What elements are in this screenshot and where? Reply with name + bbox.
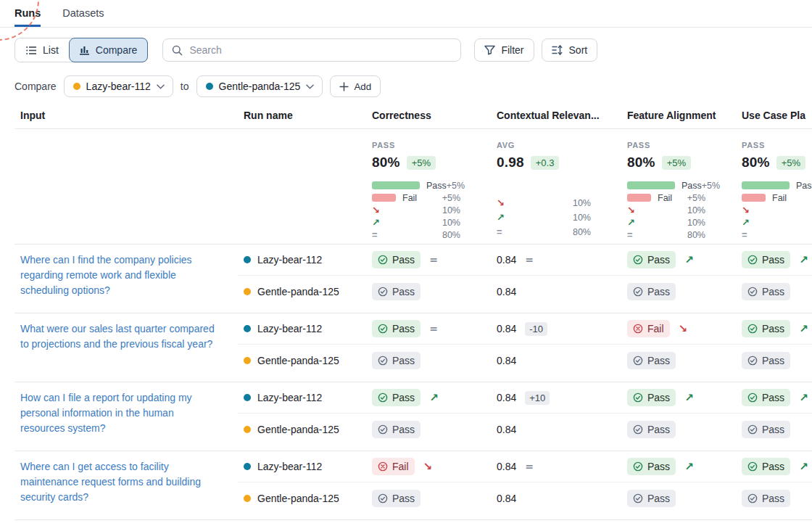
- chevron-down-icon: [306, 84, 314, 89]
- status-label: Pass: [762, 286, 784, 297]
- table-row-group: How can I file a report for updating my …: [14, 382, 812, 451]
- status-badge-fail: Fail: [627, 320, 670, 337]
- filter-button[interactable]: Filter: [474, 38, 534, 62]
- run-color-dot: [244, 288, 251, 295]
- status-label: Pass: [392, 424, 415, 435]
- run-name-cell: Gentle-panda-125: [238, 345, 366, 376]
- legend-item: Pass+5%: [627, 181, 730, 190]
- status-badge-pass: Pass: [742, 458, 790, 475]
- legend-pass-bar: [627, 181, 675, 189]
- score-value: 0.84: [497, 254, 516, 266]
- check-circle-icon: [378, 287, 388, 297]
- check-circle-icon: [747, 461, 758, 472]
- sort-button[interactable]: Sort: [542, 38, 598, 62]
- status-label: Pass: [392, 286, 415, 297]
- use_case-cell: Pass↗: [736, 382, 812, 414]
- run-name-cell: Gentle-panda-125: [238, 482, 366, 514]
- score-value: 0.84: [497, 461, 516, 472]
- filter-funnel-icon: [484, 45, 495, 55]
- check-circle-icon: [378, 393, 388, 403]
- input-question-link[interactable]: How can I file a report for updating my …: [14, 382, 238, 445]
- compare-view-button[interactable]: Compare: [69, 38, 149, 62]
- legend-item: ↗10%: [742, 218, 812, 227]
- input-question-link[interactable]: Where can I get access to facility maint…: [14, 451, 238, 514]
- status-label: Pass: [762, 424, 784, 435]
- status-badge-pass: Pass: [372, 352, 420, 369]
- summary-contextual-relevance: AVG 0.98 +0.3 ↘10%↗10%=80%: [491, 141, 621, 239]
- column-header-input: Input: [14, 108, 238, 128]
- status-label: Pass: [392, 254, 415, 266]
- summary-metric-label: PASS: [372, 141, 485, 149]
- legend-item: ↗10%: [497, 213, 616, 222]
- status-label: Pass: [762, 254, 784, 266]
- tab-runs[interactable]: Runs: [14, 7, 41, 27]
- trend-equal-icon: =: [742, 230, 747, 239]
- legend-item: =80%: [742, 230, 812, 239]
- column-header-correctness: Correctness: [366, 108, 491, 128]
- summary-metric-label: AVG: [497, 141, 616, 149]
- summary-feature-alignment: PASS 80% +5% Pass+5%Fail+5%↘10%↗10%=80%: [621, 141, 736, 239]
- trend-up-icon: ↗: [497, 213, 505, 222]
- list-view-button[interactable]: List: [15, 38, 70, 62]
- contextual-cell: 0.84: [491, 414, 621, 445]
- feature-cell: Pass↗: [621, 451, 736, 482]
- status-label: Pass: [762, 461, 784, 472]
- use_case-cell: Pass↗: [736, 451, 812, 482]
- status-label: Fail: [647, 323, 664, 334]
- legend-pass-bar: [372, 181, 420, 189]
- input-question-link[interactable]: Where can I find the company policies re…: [14, 244, 238, 307]
- legend-item: =80%: [372, 230, 485, 239]
- status-label: Pass: [647, 461, 670, 472]
- trend-equal-icon: =: [429, 324, 438, 334]
- legend-value: 80%: [442, 230, 460, 240]
- status-badge-pass: Pass: [742, 490, 790, 507]
- to-label: to: [181, 81, 189, 92]
- summary-correctness: PASS 80% +5% Pass+5%Fail+5%↘10%↗10%=80%: [366, 141, 491, 239]
- legend-item: Fail+5%: [627, 193, 730, 202]
- search-input[interactable]: [189, 44, 452, 56]
- status-badge-pass: Pass: [742, 283, 790, 300]
- score-value: 0.84: [497, 355, 516, 366]
- feature-cell: Pass↗: [621, 382, 736, 414]
- trend-up-icon: ↗: [627, 218, 635, 227]
- legend-value: +5%: [687, 193, 705, 203]
- correctness-cell: Fail↘: [366, 451, 491, 482]
- run-color-dot: [244, 256, 251, 263]
- run-color-dot: [244, 394, 251, 401]
- check-circle-icon: [378, 356, 388, 366]
- status-badge-pass: Pass: [627, 389, 676, 406]
- check-circle-icon: [633, 493, 643, 504]
- run-name-cell: Lazy-bear-112: [238, 244, 366, 276]
- input-question-link[interactable]: Where can I find the company directory w…: [14, 520, 238, 526]
- tab-datasets[interactable]: Datasets: [62, 7, 104, 27]
- trend-equal-icon: =: [525, 255, 534, 265]
- legend-label: Fail: [658, 193, 672, 203]
- status-badge-pass: Pass: [372, 251, 420, 268]
- check-circle-icon: [633, 461, 643, 472]
- table-header-row: Input Run name Correctness Contextual Re…: [14, 108, 812, 129]
- run-name-cell: Gentle-panda-125: [238, 414, 366, 445]
- check-circle-icon: [747, 287, 758, 297]
- chevron-down-icon: [157, 84, 165, 89]
- feature-cell: Pass: [621, 414, 736, 445]
- add-run-button[interactable]: Add: [330, 75, 381, 97]
- column-header-feature-alignment: Feature Alignment: [621, 108, 736, 128]
- table-body: Where can I find the company policies re…: [14, 244, 812, 526]
- correctness-cell: Pass: [366, 345, 491, 376]
- search-box[interactable]: [162, 38, 461, 62]
- trend-up-icon: ↗: [429, 393, 439, 403]
- legend-item: ↘10%: [627, 205, 730, 215]
- status-badge-pass: Pass: [627, 490, 676, 507]
- score-value: 0.84: [497, 286, 516, 297]
- list-view-label: List: [43, 44, 59, 56]
- table-row-group: Where can I find the company directory w…: [14, 520, 812, 526]
- use_case-cell: Pass: [736, 414, 812, 445]
- summary-value: 80%: [742, 155, 770, 170]
- summary-delta-badge: +0.3: [531, 156, 560, 170]
- input-question-link[interactable]: What were our sales last quarter compare…: [14, 313, 238, 376]
- target-run-dropdown[interactable]: Gentle-panda-125: [196, 75, 323, 97]
- run-name-cell: Lazy-bear-112: [238, 313, 366, 345]
- baseline-run-dropdown[interactable]: Lazy-bear-112: [64, 75, 173, 97]
- status-badge-pass: Pass: [627, 458, 676, 475]
- check-circle-icon: [633, 255, 643, 265]
